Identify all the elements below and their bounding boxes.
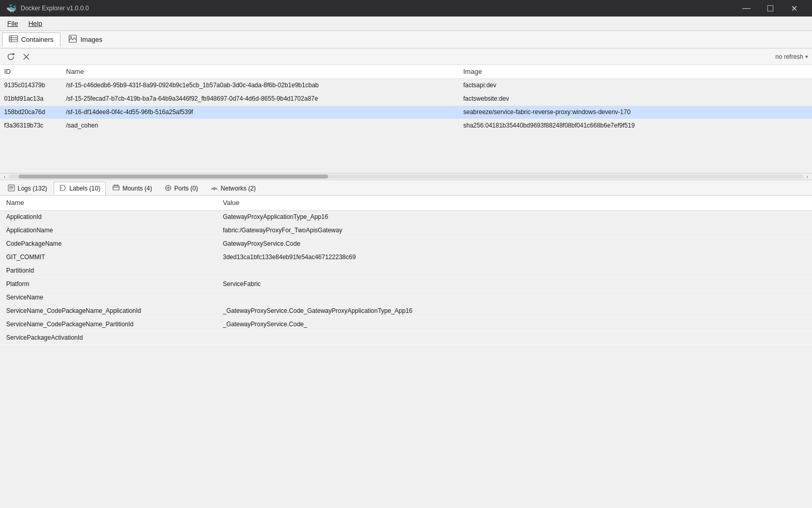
tab-ports[interactable]: Ports (0) <box>159 182 204 195</box>
svg-point-20 <box>214 189 215 190</box>
svg-rect-0 <box>9 36 18 42</box>
detail-row[interactable]: GIT_COMMIT3ded13ca1bfc133e84eb91fe54ac46… <box>0 250 812 264</box>
scroll-left-arrow[interactable]: ‹ <box>1 173 8 180</box>
col-header-id: ID <box>0 65 62 78</box>
detail-row[interactable]: ServicePackageActivationId <box>0 331 812 344</box>
detail-row[interactable]: ServiceName_CodePackageName_ApplicationI… <box>0 304 812 318</box>
table-row[interactable]: 158bd20ca76d/sf-16-df14dee8-0f4c-4d55-96… <box>0 105 812 119</box>
tab-mounts[interactable]: Mounts (4) <box>107 182 157 195</box>
menu-help[interactable]: Help <box>23 18 47 29</box>
container-name: /sad_cohen <box>62 119 459 132</box>
container-name: /sf-16-df14dee8-0f4c-4d55-96fb-516a25af5… <box>62 105 459 119</box>
svg-rect-15 <box>114 185 116 186</box>
label-name: GIT_COMMIT <box>0 250 217 264</box>
networks-icon <box>210 185 218 193</box>
tab-logs-label: Logs (132) <box>18 185 47 192</box>
images-icon <box>68 34 77 45</box>
app-title: Docker Explorer v1.0.0.0 <box>21 5 89 12</box>
empty-rows-table <box>0 133 812 173</box>
tab-labels[interactable]: Labels (10) <box>54 182 106 195</box>
titlebar-left: 🐳 Docker Explorer v1.0.0.0 <box>6 4 89 13</box>
detail-row[interactable]: CodePackageNameGatewayProxyService.Code <box>0 237 812 250</box>
scroll-thumb[interactable] <box>19 174 328 179</box>
app-icon: 🐳 <box>6 4 17 13</box>
container-image: factsapi:dev <box>459 78 812 92</box>
container-image: factswebsite:dev <box>459 92 812 105</box>
table-header-row: ID Name Image <box>0 65 812 78</box>
detail-col-name: Name <box>0 196 217 210</box>
minimize-button[interactable]: — <box>735 0 758 17</box>
tab-images-label: Images <box>80 36 103 43</box>
label-value <box>217 331 812 344</box>
refresh-button[interactable] <box>4 51 18 63</box>
window-controls: — ☐ ✕ <box>735 0 806 17</box>
tab-containers[interactable]: Containers <box>2 33 60 47</box>
label-name: ApplicationName <box>0 224 217 237</box>
table-row[interactable]: f3a36319b73c/sad_cohensha256:04181b35440… <box>0 119 812 132</box>
container-name: /sf-15-c46dedb6-95b9-431f-8a99-0924b9c1e… <box>62 78 459 92</box>
detail-row[interactable]: PartitionId <box>0 264 812 277</box>
label-value: GatewayProxyService.Code <box>217 237 812 250</box>
tab-mounts-label: Mounts (4) <box>122 185 152 192</box>
table-row <box>0 160 812 173</box>
menubar: File Help <box>0 17 812 31</box>
label-name: CodePackageName <box>0 237 217 250</box>
detail-row[interactable]: ServiceName_CodePackageName_PartitionId_… <box>0 318 812 331</box>
label-value: _GatewayProxyService.Code_GatewayProxyAp… <box>217 304 812 318</box>
table-row <box>0 133 812 146</box>
scroll-track <box>8 174 804 179</box>
label-value: ServiceFabric <box>217 277 812 291</box>
tab-networks-label: Networks (2) <box>221 185 256 192</box>
table-row <box>0 146 812 160</box>
label-value: 3ded13ca1bfc133e84eb91fe54ac467122238c69 <box>217 250 812 264</box>
refresh-dropdown-icon[interactable]: ▾ <box>805 54 808 59</box>
labels-icon <box>59 184 67 193</box>
logs-icon <box>8 184 15 193</box>
scroll-right-arrow[interactable]: › <box>804 173 811 180</box>
svg-rect-16 <box>117 185 118 186</box>
tab-logs[interactable]: Logs (132) <box>2 182 53 195</box>
tab-ports-label: Ports (0) <box>174 185 198 192</box>
label-value: GatewayProxyApplicationType_App16 <box>217 210 812 224</box>
svg-rect-13 <box>113 186 119 190</box>
detail-col-value: Value <box>217 196 812 210</box>
detail-row[interactable]: PlatformServiceFabric <box>0 277 812 291</box>
label-value: _GatewayProxyService.Code_ <box>217 318 812 331</box>
table-row[interactable]: 9135c014379b/sf-15-c46dedb6-95b9-431f-8a… <box>0 78 812 92</box>
container-id: 01bfd91ac13a <box>0 92 62 105</box>
container-name: /sf-15-25fecad7-b7cb-419b-ba7a-64b9a3446… <box>62 92 459 105</box>
table-row[interactable]: 01bfd91ac13a/sf-15-25fecad7-b7cb-419b-ba… <box>0 92 812 105</box>
close-button[interactable]: ✕ <box>782 0 806 17</box>
container-image: seabreeze/service-fabric-reverse-proxy:w… <box>459 105 812 119</box>
label-name: ServiceName <box>0 291 217 304</box>
label-name: ServiceName_CodePackageName_PartitionId <box>0 318 217 331</box>
svg-point-12 <box>61 187 62 188</box>
tab-images[interactable]: Images <box>61 33 109 47</box>
label-name: Platform <box>0 277 217 291</box>
horizontal-scrollbar[interactable]: ‹ › <box>0 173 812 180</box>
refresh-label: no refresh <box>775 53 803 60</box>
container-id: f3a36319b73c <box>0 119 62 132</box>
tab-networks[interactable]: Networks (2) <box>205 182 262 195</box>
maximize-button[interactable]: ☐ <box>758 0 782 17</box>
containers-icon <box>9 34 18 45</box>
mounts-icon <box>112 184 120 193</box>
close-action-button[interactable] <box>20 51 33 63</box>
container-image: sha256:04181b35440bd9693f88248f08bf041c6… <box>459 119 812 132</box>
ports-icon <box>165 184 172 193</box>
label-name: ServiceName_CodePackageName_ApplicationI… <box>0 304 217 318</box>
detail-row[interactable]: ApplicationIdGatewayProxyApplicationType… <box>0 210 812 224</box>
menu-file[interactable]: File <box>2 18 23 29</box>
bottom-section: Logs (132) Labels (10) <box>0 180 812 494</box>
detail-scroll[interactable]: Name Value ApplicationIdGatewayProxyAppl… <box>0 196 812 494</box>
bottom-tabs: Logs (132) Labels (10) <box>0 180 812 196</box>
titlebar: 🐳 Docker Explorer v1.0.0.0 — ☐ ✕ <box>0 0 812 17</box>
col-header-image: Image <box>459 65 812 78</box>
detail-row[interactable]: ApplicationNamefabric:/GatewayProxyFor_T… <box>0 224 812 237</box>
tab-labels-label: Labels (10) <box>69 185 100 192</box>
container-id: 9135c014379b <box>0 78 62 92</box>
detail-row[interactable]: ServiceName <box>0 291 812 304</box>
label-value <box>217 291 812 304</box>
label-value: fabric:/GatewayProxyFor_TwoApisGateway <box>217 224 812 237</box>
detail-header-row: Name Value <box>0 196 812 210</box>
